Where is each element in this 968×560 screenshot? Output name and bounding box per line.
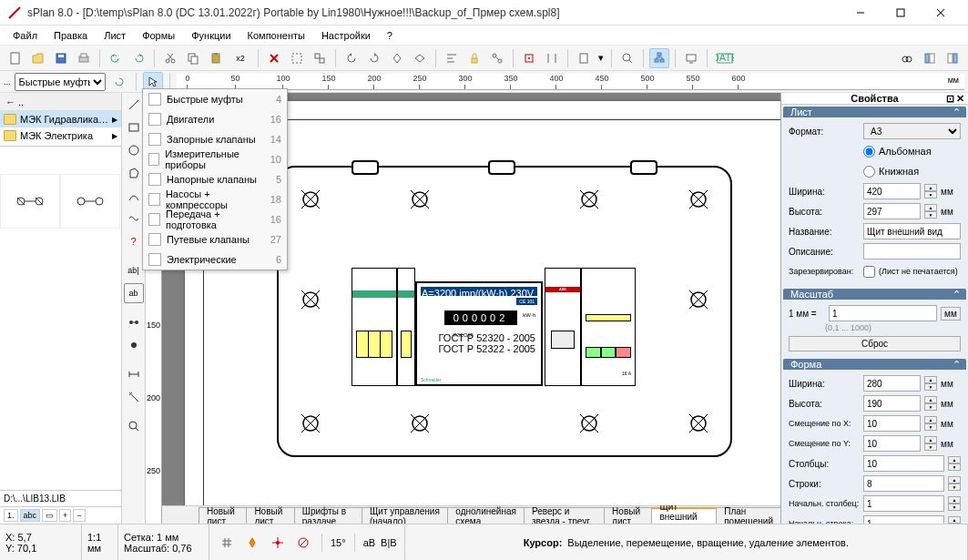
special-tool[interactable]	[124, 209, 144, 229]
scale-input[interactable]	[829, 305, 937, 321]
delete-icon[interactable]	[264, 48, 284, 68]
poly-tool[interactable]	[124, 163, 144, 183]
submenu-item[interactable]: Измерительные приборы10	[143, 149, 287, 169]
minimize-button[interactable]	[841, 0, 881, 25]
binoculars-icon[interactable]	[897, 48, 917, 68]
redo-button[interactable]	[128, 48, 148, 68]
submenu-item[interactable]: Передача + подготовка16	[143, 209, 287, 229]
panel-toggle-2[interactable]	[943, 48, 963, 68]
origin-icon[interactable]	[268, 533, 288, 553]
page-button[interactable]	[574, 48, 594, 68]
menu-settings[interactable]: Настройки	[314, 28, 378, 43]
disable-icon[interactable]	[293, 533, 313, 553]
menu-forms[interactable]: Формы	[135, 28, 182, 43]
tab-6[interactable]: Новый лист	[604, 507, 652, 524]
reserved-checkbox[interactable]	[863, 266, 875, 278]
menu-edit[interactable]: Правка	[46, 28, 95, 43]
lock-button[interactable]	[464, 48, 484, 68]
snap-icon[interactable]	[242, 533, 262, 553]
undo-button[interactable]	[106, 48, 126, 68]
grid-icon[interactable]	[217, 533, 237, 553]
form-height-input[interactable]	[863, 395, 921, 412]
zoom-button[interactable]	[617, 48, 637, 68]
form-rows-input[interactable]	[863, 475, 944, 492]
tab-3[interactable]: Щит управления (начало)	[362, 507, 448, 524]
section-scale[interactable]: Масштаб⌃	[783, 289, 966, 300]
width-input[interactable]	[863, 183, 921, 199]
style-plus[interactable]: +	[59, 509, 71, 522]
select-all-button[interactable]	[287, 48, 307, 68]
close-panel-icon[interactable]: ✕	[956, 93, 964, 105]
menu-help[interactable]: ?	[380, 28, 400, 43]
new-button[interactable]	[5, 48, 25, 68]
print-button[interactable]	[74, 48, 94, 68]
paste-button[interactable]	[206, 48, 226, 68]
quick-coupling-select[interactable]: Быстрые муфты	[15, 73, 106, 91]
tree-button[interactable]	[649, 48, 669, 68]
submenu-item[interactable]: Быстрые муфты4	[143, 89, 287, 109]
tab-2[interactable]: Шрифты в раздаче	[294, 507, 362, 524]
submenu-item[interactable]: Насосы + компрессоры18	[143, 189, 287, 209]
line-tool[interactable]	[124, 95, 144, 115]
text-tool[interactable]: ab|	[124, 260, 144, 280]
unknown-tool[interactable]: ?	[124, 231, 144, 251]
rotate-left-button[interactable]	[341, 48, 362, 68]
ungroup-icon[interactable]	[487, 48, 507, 68]
case-toggle[interactable]: aB	[363, 537, 375, 548]
curve-tool[interactable]	[124, 186, 144, 206]
form-cols-input[interactable]	[863, 455, 944, 472]
submenu-item[interactable]: Запорные клапаны14	[143, 129, 287, 149]
dimension-tool[interactable]	[124, 364, 144, 384]
cut-button[interactable]	[160, 48, 180, 68]
lib-item-hydraulics[interactable]: МЭК Гидравлика + Пневматика ▶	[0, 111, 121, 127]
tab-8[interactable]: План помещений	[716, 507, 780, 524]
desc-input[interactable]	[863, 243, 961, 260]
lib-item-electric[interactable]: МЭК Электрика ▶	[0, 127, 121, 144]
form-startcol-input[interactable]	[863, 495, 944, 512]
submenu-item[interactable]: Напорные клапаны5	[143, 169, 287, 189]
connect-tool[interactable]	[124, 312, 144, 332]
tab-7[interactable]: Щит внешний вид	[651, 507, 717, 524]
submenu-item[interactable]: Электрические6	[143, 249, 287, 270]
height-input[interactable]	[863, 203, 921, 219]
menu-components[interactable]: Компоненты	[240, 28, 312, 43]
maximize-button[interactable]	[881, 0, 921, 25]
name-input[interactable]	[863, 223, 961, 239]
preview-symbol-1[interactable]	[0, 174, 60, 229]
panel-toggle-1[interactable]	[920, 48, 940, 68]
measure-tool[interactable]	[124, 387, 144, 407]
open-button[interactable]	[28, 48, 48, 68]
refresh-icon[interactable]	[109, 72, 129, 92]
tab-5[interactable]: Реверс и звезда - треуг.	[524, 507, 605, 524]
style-1[interactable]: 1.	[4, 509, 18, 522]
orient-landscape[interactable]	[863, 146, 875, 158]
form-offx-input[interactable]	[863, 415, 921, 432]
textbox-tool[interactable]: ab	[124, 283, 144, 303]
tab-4[interactable]: однолинейная схема	[447, 507, 525, 524]
scale-reset-button[interactable]: Сброс	[789, 336, 961, 351]
bib-toggle[interactable]: B|B	[381, 537, 397, 548]
form-startrow-input[interactable]	[863, 515, 944, 524]
rect-tool[interactable]	[124, 117, 144, 137]
form-offy-input[interactable]	[863, 435, 921, 452]
menu-functions[interactable]: Функции	[184, 28, 238, 43]
zoom-drop-icon[interactable]: ▾	[596, 48, 606, 68]
circle-tool[interactable]	[124, 140, 144, 160]
style-box[interactable]: ▭	[42, 509, 57, 522]
group-button[interactable]	[310, 48, 330, 68]
copy-button[interactable]	[183, 48, 203, 68]
flip-h-button[interactable]	[387, 48, 407, 68]
preview-symbol-2[interactable]	[60, 174, 120, 229]
tab-0[interactable]: Новый лист	[199, 507, 247, 524]
format-select[interactable]: A3	[863, 123, 961, 139]
section-sheet[interactable]: Лист⌃	[783, 107, 966, 117]
tab-1[interactable]: Новый лист	[246, 507, 294, 524]
library-back[interactable]: ← ..	[0, 93, 121, 111]
node-tool[interactable]	[124, 335, 144, 355]
rotate-right-button[interactable]	[364, 48, 384, 68]
double-button[interactable]: x2	[229, 48, 252, 68]
align-button[interactable]	[442, 48, 462, 68]
form-width-input[interactable]	[863, 375, 921, 392]
pin-icon[interactable]: ⊡	[946, 93, 954, 105]
menu-sheet[interactable]: Лист	[97, 28, 133, 43]
